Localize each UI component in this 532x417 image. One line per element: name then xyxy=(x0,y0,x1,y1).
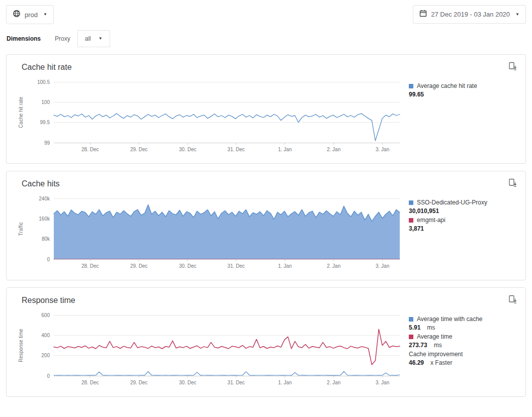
download-report-icon xyxy=(508,181,517,189)
chart-title: Cache hits xyxy=(15,178,517,191)
svg-text:600: 600 xyxy=(41,312,50,318)
date-range-label: 27 Dec 2019 - 03 Jan 2020 xyxy=(431,11,510,18)
svg-text:0: 0 xyxy=(47,257,50,262)
download-report-button[interactable] xyxy=(508,178,517,189)
environment-selector[interactable]: prod ▼ xyxy=(6,5,54,24)
date-range-picker[interactable]: 27 Dec 2019 - 03 Jan 2020 ▼ xyxy=(413,5,526,24)
svg-text:100: 100 xyxy=(41,99,50,105)
svg-text:1. Jan: 1. Jan xyxy=(278,380,292,385)
svg-text:2. Jan: 2. Jan xyxy=(327,263,340,269)
legend-swatch xyxy=(409,317,413,322)
svg-text:3. Jan: 3. Jan xyxy=(376,263,389,269)
dimension-value: all xyxy=(85,35,91,42)
download-report-icon xyxy=(508,298,517,305)
svg-text:240k: 240k xyxy=(39,196,50,201)
caret-down-icon: ▼ xyxy=(43,13,47,17)
legend-entry: emgmt-api 3,871 xyxy=(409,216,517,233)
svg-text:29. Dec: 29. Dec xyxy=(130,263,147,269)
legend-label: SSO-Dedicated-UG-Proxy xyxy=(417,198,487,207)
legend-value: 30,010,951 xyxy=(409,207,439,216)
legend-suffix: ms xyxy=(434,341,442,350)
chart-title: Cache hit rate xyxy=(15,62,517,75)
svg-text:160k: 160k xyxy=(39,216,50,222)
svg-text:80k: 80k xyxy=(42,236,50,242)
chart-legend: SSO-Dedicated-UG-Proxy 30,010,951 emgmt-… xyxy=(407,191,517,234)
environment-label: prod xyxy=(25,11,38,19)
chart-legend: Average time with cache 5.91 ms Average … xyxy=(407,308,517,368)
caret-down-icon: ▼ xyxy=(99,37,103,41)
cache-hit-rate-card: Cache hit rate 9999.5100100.5Cache hit r… xyxy=(6,54,526,164)
legend-swatch xyxy=(409,200,413,205)
cache-hits-card: Cache hits 080k160k240kTraffic28. Dec29.… xyxy=(6,171,526,280)
legend-suffix: ms xyxy=(427,324,435,332)
chart-title: Response time xyxy=(15,295,517,308)
legend-swatch xyxy=(409,84,413,88)
svg-text:28. Dec: 28. Dec xyxy=(81,263,99,269)
svg-text:Traffic: Traffic xyxy=(18,222,24,236)
legend-value: 99.65 xyxy=(409,90,424,99)
svg-text:Cache hit rate: Cache hit rate xyxy=(18,96,24,128)
dimension-name: Proxy xyxy=(55,35,70,42)
svg-text:31. Dec: 31. Dec xyxy=(227,380,244,385)
cache-hits-chart[interactable]: 080k160k240kTraffic28. Dec29. Dec30. Dec… xyxy=(15,191,407,275)
legend-entry: Average time 273.73 ms xyxy=(409,333,517,350)
download-report-button[interactable] xyxy=(508,62,517,72)
svg-text:99: 99 xyxy=(44,140,50,146)
chart-legend: Average cache hit rate 99.65 xyxy=(407,75,517,99)
legend-label: emgmt-api xyxy=(417,216,446,225)
svg-text:3. Jan: 3. Jan xyxy=(376,380,389,385)
dashboard: { "header": { "env_label": "prod", "date… xyxy=(0,0,532,417)
legend-label: Cache improvement xyxy=(409,350,463,359)
svg-text:30. Dec: 30. Dec xyxy=(179,380,196,385)
legend-swatch xyxy=(409,335,413,339)
svg-text:99.5: 99.5 xyxy=(40,120,50,125)
svg-text:29. Dec: 29. Dec xyxy=(130,380,147,385)
svg-text:28. Dec: 28. Dec xyxy=(81,380,99,385)
svg-text:1. Jan: 1. Jan xyxy=(278,263,292,269)
svg-text:29. Dec: 29. Dec xyxy=(130,147,147,152)
svg-text:31. Dec: 31. Dec xyxy=(227,263,244,269)
top-bar: prod ▼ 27 Dec 2019 - 03 Jan 2020 ▼ xyxy=(0,0,532,24)
cache-hit-rate-chart[interactable]: 9999.5100100.5Cache hit rate28. Dec29. D… xyxy=(15,75,407,158)
svg-text:400: 400 xyxy=(41,333,50,338)
download-report-button[interactable] xyxy=(508,295,517,305)
svg-text:1. Jan: 1. Jan xyxy=(278,147,292,152)
legend-value: 46.29 xyxy=(409,359,424,367)
download-report-icon xyxy=(508,65,517,72)
legend-entry: Average cache hit rate 99.65 xyxy=(409,82,517,99)
legend-entry: SSO-Dedicated-UG-Proxy 30,010,951 xyxy=(409,198,517,216)
svg-text:30. Dec: 30. Dec xyxy=(179,263,196,269)
svg-text:28. Dec: 28. Dec xyxy=(81,147,99,152)
svg-text:200: 200 xyxy=(41,353,50,358)
legend-entry: Cache improvement 46.29 x Faster xyxy=(409,350,517,367)
response-time-chart[interactable]: 0200400600Response time28. Dec29. Dec30.… xyxy=(15,308,407,391)
legend-label: Average cache hit rate xyxy=(417,82,477,90)
legend-label: Average time xyxy=(417,333,452,341)
svg-text:100.5: 100.5 xyxy=(37,79,50,85)
svg-text:3. Jan: 3. Jan xyxy=(376,147,389,152)
svg-text:30. Dec: 30. Dec xyxy=(179,147,196,152)
svg-text:31. Dec: 31. Dec xyxy=(227,147,244,152)
caret-down-icon: ▼ xyxy=(515,13,519,17)
svg-text:2. Jan: 2. Jan xyxy=(327,147,340,152)
globe-icon xyxy=(13,10,21,20)
svg-text:2. Jan: 2. Jan xyxy=(327,380,340,385)
legend-value: 3,871 xyxy=(409,225,424,233)
dimensions-label: Dimensions xyxy=(7,35,41,42)
legend-entry: Average time with cache 5.91 ms xyxy=(409,315,517,332)
response-time-card: Response time 0200400600Response time28.… xyxy=(6,287,526,397)
legend-suffix: x Faster xyxy=(430,359,452,367)
legend-value: 5.91 xyxy=(409,324,420,332)
calendar-icon xyxy=(419,10,427,19)
legend-label: Average time with cache xyxy=(417,315,483,324)
svg-text:0: 0 xyxy=(47,373,50,379)
dimension-value-dropdown[interactable]: all ▼ xyxy=(77,30,110,47)
legend-swatch xyxy=(409,218,413,223)
svg-text:Response time: Response time xyxy=(18,329,24,362)
dimension-filter-bar: Dimensions Proxy all ▼ xyxy=(0,24,532,47)
legend-value: 273.73 xyxy=(409,341,427,350)
